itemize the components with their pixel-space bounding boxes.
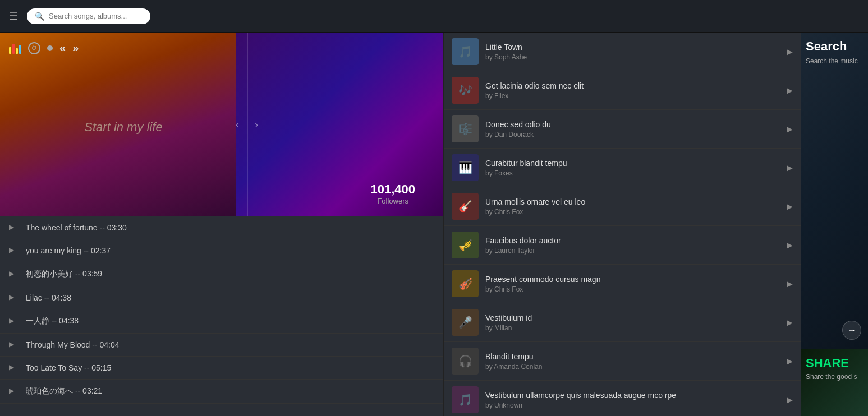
- playlist-title: Praesent commodo cursus magn: [485, 275, 780, 284]
- playlist-play-button[interactable]: ▶: [787, 163, 793, 172]
- playlist-info: Little Town by Soph Ashe: [485, 43, 780, 61]
- playlist-title: Curabitur blandit tempu: [485, 159, 780, 168]
- playlist-play-button[interactable]: ▶: [787, 86, 793, 95]
- hero-section: ⏱ « » Start in my life ‹ › 101,400 Follo…: [0, 33, 443, 216]
- track-item[interactable]: ▶ you are my king -- 02:37: [0, 239, 443, 262]
- playlist-title: Donec sed odio du: [485, 120, 780, 129]
- sidebar-share-label: SHARE: [806, 356, 864, 371]
- playlist-artist: by Milian: [485, 324, 780, 332]
- track-play-button[interactable]: ▶: [9, 223, 18, 232]
- playlist-title: Little Town: [485, 43, 780, 52]
- playlist-info: Blandit tempu by Amanda Conlan: [485, 352, 780, 371]
- playlist-thumbnail: 🎤: [452, 309, 479, 336]
- track-play-button[interactable]: ▶: [9, 317, 18, 326]
- playlist-item[interactable]: 🎹 Curabitur blandit tempu by Foxes ▶: [444, 149, 801, 187]
- playlist-thumbnail: 🎹: [452, 154, 479, 181]
- playlist-thumbnail: 🎵: [452, 38, 479, 65]
- playlist-item[interactable]: 🎼 Donec sed odio du by Dan Doorack ▶: [444, 110, 801, 149]
- playlist-play-button[interactable]: ▶: [787, 279, 793, 288]
- track-name: 琥珀色の海へ -- 03:21: [26, 386, 102, 396]
- playlist-play-button[interactable]: ▶: [787, 124, 793, 133]
- nav-prev-button[interactable]: «: [59, 41, 66, 54]
- playlist-thumbnail: 🎶: [452, 77, 479, 104]
- followers-count: 101,400: [370, 182, 415, 197]
- top-bar: ☰ 🔍: [0, 0, 868, 33]
- left-panel: ⏱ « » Start in my life ‹ › 101,400 Follo…: [0, 33, 443, 416]
- playlist-title: Urna mollis ornare vel eu leo: [485, 197, 780, 206]
- track-play-button[interactable]: ▶: [9, 270, 18, 279]
- track-list: ▶ The wheel of fortune -- 03:30 ▶ you ar…: [0, 216, 443, 416]
- playlist-title: Blandit tempu: [485, 352, 780, 361]
- playlist-panel: 🎵 Little Town by Soph Ashe ▶ 🎶 Get lacin…: [443, 33, 801, 416]
- playlist-artist: by Foxes: [485, 169, 780, 177]
- playlist-item[interactable]: 🎤 Vestibulum id by Milian ▶: [444, 303, 801, 342]
- search-input[interactable]: [49, 12, 139, 20]
- dot-icon: [47, 45, 53, 51]
- track-item[interactable]: ▶ Lilac -- 04:38: [0, 286, 443, 309]
- playlist-item[interactable]: 🎵 Vestibulum ullamcorpe quis malesuada a…: [444, 381, 801, 416]
- playlist-item[interactable]: 🎧 Blandit tempu by Amanda Conlan ▶: [444, 342, 801, 381]
- playlist-play-button[interactable]: ▶: [787, 395, 793, 404]
- track-name: Too Late To Say -- 05:15: [26, 363, 111, 372]
- playlist-title: Vestibulum id: [485, 313, 780, 322]
- track-name: you are my king -- 02:37: [26, 246, 111, 255]
- playlist-play-button[interactable]: ▶: [787, 47, 793, 56]
- hero-arrow-left-icon[interactable]: ‹: [236, 119, 239, 131]
- playlist-play-button[interactable]: ▶: [787, 357, 793, 366]
- album-title: Start in my life: [84, 120, 162, 135]
- track-item[interactable]: ▶ 琥珀色の海へ -- 03:21: [0, 380, 443, 404]
- playlist-artist: by Unknown: [485, 401, 780, 409]
- track-name: 一人静 -- 04:38: [26, 316, 79, 326]
- playlist-item[interactable]: 🎺 Faucibus dolor auctor by Lauren Taylor…: [444, 226, 801, 265]
- playlist-info: Praesent commodo cursus magn by Chris Fo…: [485, 275, 780, 293]
- hero-controls: ⏱ « »: [9, 41, 79, 54]
- playlist-item[interactable]: 🎶 Get lacinia odio sem nec elit by Filex…: [444, 71, 801, 110]
- playlist-play-button[interactable]: ▶: [787, 241, 793, 249]
- equalizer-icon: [9, 43, 21, 54]
- followers-section: 101,400 Followers: [370, 182, 415, 205]
- track-play-button[interactable]: ▶: [9, 363, 18, 372]
- playlist-thumbnail: 🎵: [452, 386, 479, 413]
- hero-arrow-right-icon[interactable]: ›: [255, 119, 258, 131]
- playlist-artist: by Soph Ashe: [485, 53, 780, 61]
- sidebar-search-desc: Search the music: [806, 57, 864, 65]
- sidebar-bg-image: [801, 33, 868, 349]
- hero-divider: [247, 33, 248, 216]
- playlist-item[interactable]: 🎸 Urna mollis ornare vel eu leo by Chris…: [444, 187, 801, 226]
- playlist-artist: by Chris Fox: [485, 285, 780, 293]
- track-name: 初恋的小美好 -- 03:59: [26, 269, 102, 279]
- sidebar-nav-button[interactable]: →: [842, 321, 861, 340]
- playlist-title: Vestibulum ullamcorpe quis malesuada aug…: [485, 391, 780, 400]
- track-play-button[interactable]: ▶: [9, 246, 18, 255]
- track-name: The wheel of fortune -- 03:30: [26, 223, 127, 232]
- playlist-artist: by Filex: [485, 92, 780, 100]
- playlist-info: Get lacinia odio sem nec elit by Filex: [485, 81, 780, 100]
- track-play-button[interactable]: ▶: [9, 293, 18, 302]
- track-item[interactable]: ▶ The wheel of fortune -- 03:30: [0, 216, 443, 239]
- playlist-item[interactable]: 🎵 Little Town by Soph Ashe ▶: [444, 33, 801, 71]
- track-play-button[interactable]: ▶: [9, 340, 18, 349]
- playlist-thumbnail: 🎺: [452, 232, 479, 258]
- followers-label: Followers: [370, 197, 415, 205]
- playlist-info: Vestibulum id by Milian: [485, 313, 780, 332]
- playlist-info: Curabitur blandit tempu by Foxes: [485, 159, 780, 177]
- sidebar-search-label: Search: [806, 39, 864, 54]
- playlist-item[interactable]: 🎻 Praesent commodo cursus magn by Chris …: [444, 265, 801, 303]
- track-item[interactable]: ▶ 初恋的小美好 -- 03:59: [0, 262, 443, 286]
- hamburger-icon[interactable]: ☰: [9, 10, 18, 22]
- track-item[interactable]: ▶ Too Late To Say -- 05:15: [0, 357, 443, 380]
- playlist-play-button[interactable]: ▶: [787, 318, 793, 327]
- playlist-play-button[interactable]: ▶: [787, 202, 793, 211]
- search-magnifier-icon: 🔍: [35, 12, 44, 21]
- playlist-artist: by Dan Doorack: [485, 131, 780, 138]
- playlist-info: Donec sed odio du by Dan Doorack: [485, 120, 780, 138]
- track-play-button[interactable]: ▶: [9, 387, 18, 396]
- track-item[interactable]: ▶ Through My Blood -- 04:04: [0, 334, 443, 357]
- timer-icon[interactable]: ⏱: [28, 42, 40, 54]
- nav-next-button[interactable]: »: [72, 41, 79, 54]
- track-item[interactable]: ▶ 一人静 -- 04:38: [0, 309, 443, 334]
- search-bar: 🔍: [27, 8, 150, 24]
- track-name: Lilac -- 04:38: [26, 293, 71, 302]
- main-content: ⏱ « » Start in my life ‹ › 101,400 Follo…: [0, 33, 868, 416]
- playlist-thumbnail: 🎸: [452, 193, 479, 220]
